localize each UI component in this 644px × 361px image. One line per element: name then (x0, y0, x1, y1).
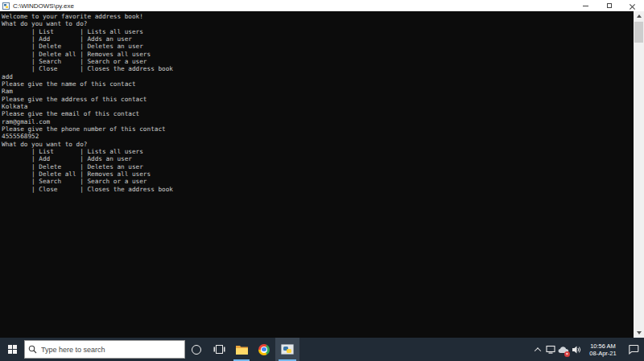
scroll-down-button[interactable] (634, 328, 644, 338)
console-line: | List | Lists all users (2, 28, 633, 35)
start-button[interactable] (0, 338, 24, 361)
console-line: | Search | Search or a user (2, 58, 633, 65)
taskbar-spacer (299, 338, 531, 361)
network-tray-button[interactable] (544, 338, 557, 361)
scroll-up-icon (637, 14, 642, 18)
window-controls (574, 0, 644, 11)
console-window[interactable]: Welcome to your favorite address book!Wh… (0, 11, 644, 338)
action-center-button[interactable] (623, 338, 644, 361)
console-line: What do you want to do? (2, 141, 633, 148)
console-line: | Delete | Deletes an user (2, 163, 633, 170)
restore-icon (607, 3, 612, 8)
python-console-button-active[interactable] (275, 338, 299, 361)
console-line: Please give the email of this contact (2, 110, 633, 117)
search-icon (28, 345, 37, 354)
windows-logo-icon (8, 345, 17, 354)
console-line: | Close | Closes the address book (2, 186, 633, 193)
chrome-button[interactable] (253, 338, 275, 361)
volume-tray-button[interactable] (570, 338, 583, 361)
network-icon (546, 345, 556, 355)
console-line: | List | Lists all users (2, 148, 633, 155)
console-line: | Close | Closes the address book (2, 65, 633, 72)
console-line: ram@gmail.com (2, 118, 633, 125)
cortana-button[interactable] (185, 338, 208, 361)
console-line: Ram (2, 88, 633, 95)
console-line: add (2, 73, 633, 80)
onedrive-tray-button[interactable]: × (557, 338, 570, 361)
show-hidden-icons-button[interactable] (531, 338, 544, 361)
console-line: What do you want to do? (2, 20, 633, 27)
clock-date: 08-Apr-21 (589, 350, 616, 357)
task-view-icon (213, 344, 225, 355)
taskbar: × 10:56 AM 08-Apr-21 (0, 338, 644, 361)
console-line: | Search | Search or a user (2, 178, 633, 185)
scrollbar-thumb[interactable] (634, 22, 643, 43)
window-title: C:\WINDOWS\py.exe (13, 2, 574, 10)
console-line: Welcome to your favorite address book! (2, 13, 633, 20)
console-line: Please give the address of this contact (2, 96, 633, 103)
volume-icon (572, 345, 582, 355)
close-icon (630, 3, 635, 9)
console-line: | Delete | Deletes an user (2, 43, 633, 50)
action-center-icon (628, 344, 639, 355)
taskbar-clock[interactable]: 10:56 AM 08-Apr-21 (583, 338, 623, 361)
console-scrollbar[interactable] (634, 11, 644, 338)
console-line: 4555568952 (2, 133, 633, 140)
file-explorer-button[interactable] (230, 338, 253, 361)
close-button[interactable] (621, 0, 644, 11)
console-output: Welcome to your favorite address book!Wh… (2, 13, 633, 338)
console-line: Please give the name of this contact (2, 80, 633, 88)
scroll-up-button[interactable] (634, 11, 644, 21)
task-view-button[interactable] (208, 338, 230, 361)
python-console-icon (281, 344, 294, 355)
taskbar-search[interactable] (24, 340, 185, 359)
window-titlebar[interactable]: C:\WINDOWS\py.exe (0, 0, 644, 11)
clock-time: 10:56 AM (590, 343, 616, 350)
cortana-icon (192, 345, 201, 355)
onedrive-error-badge: × (564, 351, 570, 357)
chrome-icon (258, 344, 270, 355)
scroll-down-icon (637, 331, 642, 334)
restore-button[interactable] (597, 0, 621, 11)
app-icon (2, 2, 10, 10)
minimize-button[interactable] (574, 0, 597, 11)
file-explorer-icon (235, 344, 249, 355)
minimize-icon (583, 6, 588, 6)
console-line: | Add | Adds an user (2, 155, 633, 162)
console-line: | Add | Adds an user (2, 35, 633, 43)
chevron-up-icon (535, 347, 541, 354)
console-line: | Delete all | Removes all users (2, 51, 633, 58)
screen: C:\WINDOWS\py.exe Welcome to your favori… (0, 0, 644, 361)
console-line: | Delete all | Removes all users (2, 170, 633, 178)
console-line: Please give the phone number of this con… (2, 125, 633, 133)
search-input[interactable] (41, 346, 181, 354)
console-line: Kolkata (2, 103, 633, 110)
